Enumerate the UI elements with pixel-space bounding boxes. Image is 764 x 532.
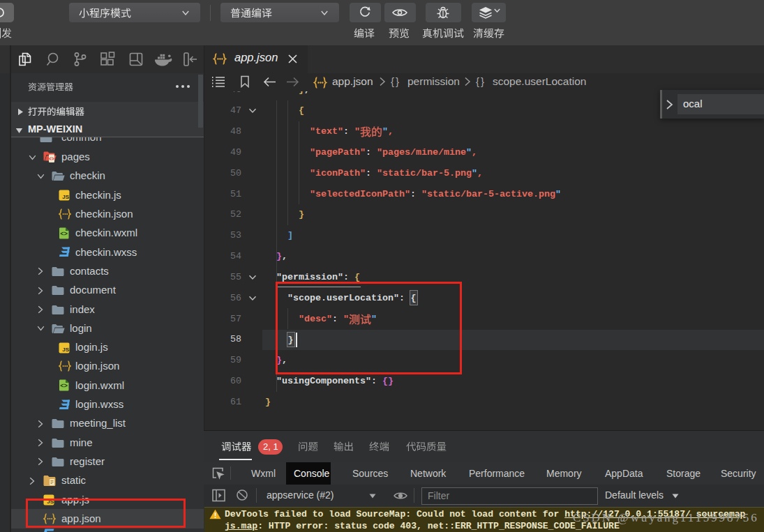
svg-text:<>: <> xyxy=(49,157,54,162)
svg-text:<>: <> xyxy=(60,383,68,390)
svg-text:<>: <> xyxy=(60,231,68,238)
svg-text:JS: JS xyxy=(62,347,69,353)
svg-text:JS: JS xyxy=(62,194,69,200)
